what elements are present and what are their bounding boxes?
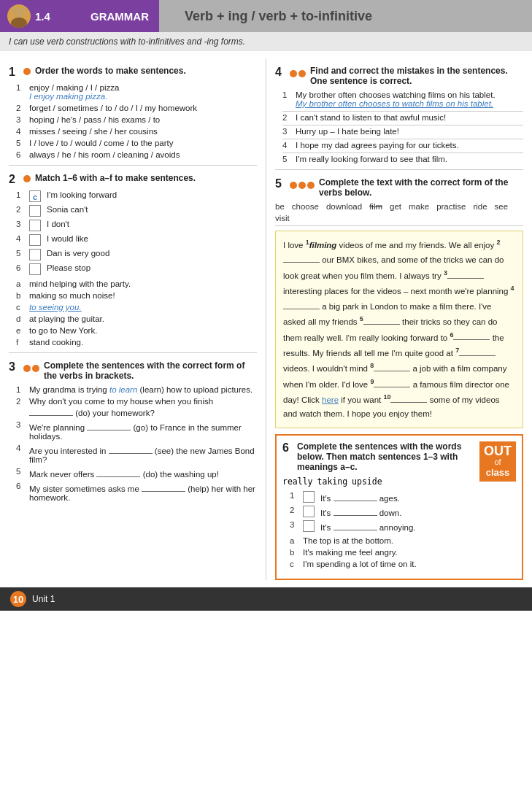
section3-items: 1 My grandma is trying to learn (learn) … <box>9 385 257 502</box>
list-item: 1 enjoy / making / I / pizzaI enjoy maki… <box>16 83 257 101</box>
page-header: 1.4 GRAMMAR Verb + ing / verb + to-infin… <box>0 0 532 32</box>
list-item: e to go to New York. <box>16 326 257 335</box>
list-item: 1 My grandma is trying to learn (learn) … <box>16 385 257 394</box>
section1-num: 1 <box>9 66 19 79</box>
section2-options: a mind helping with the party. b making … <box>9 279 257 347</box>
here-link[interactable]: here <box>322 395 339 404</box>
header-topic-block: Verb + ing / verb + to-infinitive <box>159 9 372 24</box>
page-number-circle: 10 <box>10 591 26 607</box>
left-column: 1 Order the words to make sentences. 1 e… <box>9 58 266 580</box>
list-item: b It's making me feel angry. <box>290 548 474 557</box>
list-item: c I'm spending a lot of time on it. <box>290 560 474 568</box>
main-content: 1 Order the words to make sentences. 1 e… <box>0 51 532 587</box>
section6-word-bank: really taking upside <box>282 476 474 487</box>
section2-num: 2 <box>9 173 19 186</box>
subject-label: GRAMMAR <box>80 0 159 32</box>
list-item: 3 I don't <box>16 220 257 231</box>
section6-meanings: a The top is at the bottom. b It's makin… <box>282 536 474 568</box>
section1-items: 1 enjoy / making / I / pizzaI enjoy maki… <box>9 83 257 159</box>
svg-point-3 <box>20 7 26 13</box>
section6-box: 6 Complete the sentences with the words … <box>275 434 523 580</box>
section5-text-box: I love 1filming videos of me and my frie… <box>275 231 523 428</box>
section2-items: 1 c I'm looking forward 2 Sonia can't 3 … <box>9 190 257 275</box>
unit-label: Unit 1 <box>32 594 55 604</box>
svg-point-1 <box>11 18 27 28</box>
verb-bank: be choose download film get make practis… <box>275 202 523 226</box>
list-item: 2 Why don't you come to my house when yo… <box>16 397 257 417</box>
section4-title: Find and correct the mistakes in the sen… <box>310 66 523 86</box>
section4-items: 1 My brother often chooses watching film… <box>275 90 523 163</box>
list-item: b making so much noise! <box>16 291 257 300</box>
section6-header: 6 Complete the sentences with the words … <box>282 441 516 573</box>
match-checkbox[interactable] <box>29 220 41 231</box>
match-checkbox[interactable] <box>303 491 315 503</box>
match-checkbox[interactable] <box>29 249 41 260</box>
out-badge: OUT of class <box>479 441 516 482</box>
match-checkbox[interactable] <box>29 263 41 275</box>
list-item: 4 misses / seeing / she / her cousins <box>16 127 257 136</box>
section3-dots <box>23 363 39 372</box>
section2-title: Match 1–6 with a–f to make sentences. <box>35 173 196 183</box>
right-column: 4 Find and correct the mistakes in the s… <box>266 58 523 580</box>
section-badge: 1.4 <box>0 0 80 32</box>
list-item: 2 Sonia can't <box>16 205 257 217</box>
section6-title-row: 6 Complete the sentences with the words … <box>282 441 474 472</box>
section2-header: 2 Match 1–6 with a–f to make sentences. <box>9 173 257 186</box>
badge-number: 1.4 <box>35 10 50 23</box>
list-item: 5 Dan is very good <box>16 249 257 260</box>
list-item: 1 My brother often chooses watching film… <box>282 90 523 108</box>
list-item: 5 I / love / to / would / come / to the … <box>16 139 257 147</box>
match-checkbox[interactable] <box>29 205 41 217</box>
match-checkbox[interactable] <box>29 234 41 246</box>
learning-objective: I can use verb constructions with to-inf… <box>0 32 532 51</box>
list-item: 4 Are you interested in (see) the new Ja… <box>16 444 257 464</box>
list-item: 6 My sister sometimes asks me (help) her… <box>16 482 257 502</box>
section5-num: 5 <box>275 177 285 190</box>
section4-dots <box>290 68 306 77</box>
list-item: 6 always / he / his room / cleaning / av… <box>16 150 257 159</box>
avatar <box>7 4 31 28</box>
list-item: 1 It's ages. <box>290 491 474 503</box>
section5-header: 5 Complete the text with the correct for… <box>275 177 523 198</box>
list-item: 2 It's down. <box>290 506 474 517</box>
section5-dots <box>290 179 315 189</box>
list-item: f stand cooking. <box>16 338 257 347</box>
section3-num: 3 <box>9 360 19 374</box>
svg-point-2 <box>12 7 18 13</box>
section6-title: Complete the sentences with the words be… <box>297 441 474 472</box>
section4-num: 4 <box>275 66 285 79</box>
list-item: 4 I hope my dad agrees paying for our ti… <box>282 141 523 150</box>
list-item: c to seeing you. <box>16 303 257 312</box>
section1-dot <box>23 68 31 75</box>
section5-title: Complete the text with the correct form … <box>319 177 523 198</box>
section1-header: 1 Order the words to make sentences. <box>9 66 257 79</box>
list-item: 4 I would like <box>16 234 257 246</box>
list-item: 6 Please stop <box>16 263 257 275</box>
list-item: 3 We're planning (go) to France in the s… <box>16 420 257 441</box>
list-item: 3 hoping / he's / pass / his exams / to <box>16 115 257 124</box>
topic-title: Verb + ing / verb + to-infinitive <box>170 9 372 24</box>
section2-dot <box>23 175 31 182</box>
section6-items: 1 It's ages. 2 It's down. 3 <box>282 491 474 532</box>
section3-title: Complete the sentences with the correct … <box>44 360 257 381</box>
list-item: a The top is at the bottom. <box>290 536 474 545</box>
section3-header: 3 Complete the sentences with the correc… <box>9 360 257 381</box>
list-item: 2 I can't stand to listen to that awful … <box>282 113 523 122</box>
list-item: 3 It's annoying. <box>290 520 474 532</box>
match-checkbox[interactable]: c <box>29 190 41 202</box>
match-checkbox[interactable] <box>303 520 315 532</box>
list-item: a mind helping with the party. <box>16 279 257 288</box>
list-item: 5 I'm really looking forward to see that… <box>282 155 523 163</box>
section4-header: 4 Find and correct the mistakes in the s… <box>275 66 523 86</box>
list-item: d at playing the guitar. <box>16 314 257 323</box>
list-item: 3 Hurry up – I hate being late! <box>282 127 523 136</box>
match-checkbox[interactable] <box>303 506 315 517</box>
page-footer: 10 Unit 1 <box>0 587 532 611</box>
list-item: 1 c I'm looking forward <box>16 190 257 202</box>
section6-num: 6 <box>282 441 293 455</box>
list-item: 5 Mark never offers (do) the washing up! <box>16 467 257 479</box>
list-item: 2 forget / sometimes / to / do / I / my … <box>16 104 257 112</box>
section1-title: Order the words to make sentences. <box>35 66 186 76</box>
